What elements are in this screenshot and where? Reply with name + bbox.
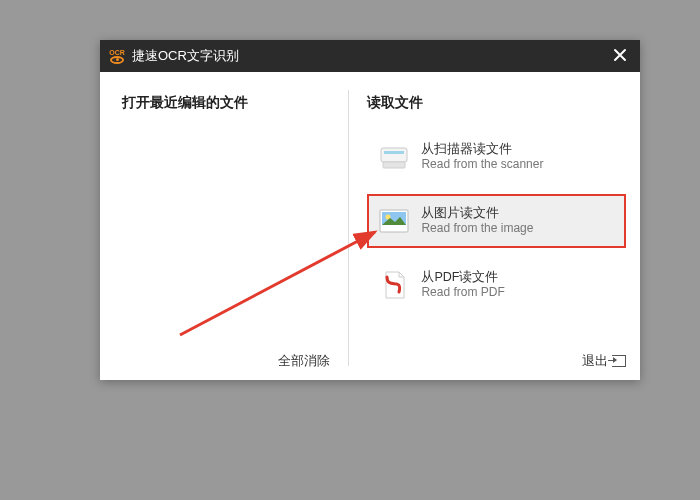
option-label-en: Read from the image [421, 221, 533, 237]
read-file-heading: 读取文件 [367, 94, 626, 112]
recent-files-pane: 打开最近编辑的文件 全部消除 [100, 72, 348, 380]
close-button[interactable] [606, 42, 634, 70]
exit-link[interactable]: 退出 [582, 352, 626, 370]
dialog-body: 打开最近编辑的文件 全部消除 读取文件 从 [100, 72, 640, 380]
read-from-pdf-option[interactable]: 从PDF读文件 Read from PDF [367, 258, 626, 312]
read-file-pane: 读取文件 从扫描器读文件 Read from the scanner [349, 72, 640, 380]
close-icon [613, 47, 627, 65]
titlebar: OCR 捷速OCR文字识别 [100, 40, 640, 72]
ocr-start-dialog: OCR 捷速OCR文字识别 打开最近编辑的文件 全部消除 读取文件 [100, 40, 640, 380]
option-label-cn: 从扫描器读文件 [421, 141, 543, 157]
read-options-list: 从扫描器读文件 Read from the scanner [367, 130, 626, 312]
svg-rect-1 [384, 151, 404, 154]
clear-all-link[interactable]: 全部消除 [278, 352, 330, 370]
option-label-cn: 从图片读文件 [421, 205, 533, 221]
exit-icon [612, 355, 626, 367]
svg-rect-0 [381, 148, 407, 162]
exit-label: 退出 [582, 352, 608, 370]
scanner-icon [377, 140, 411, 174]
app-logo-icon: OCR [106, 45, 128, 67]
read-from-image-option[interactable]: 从图片读文件 Read from the image [367, 194, 626, 248]
option-label-cn: 从PDF读文件 [421, 269, 504, 285]
window-title: 捷速OCR文字识别 [132, 47, 606, 65]
recent-files-heading: 打开最近编辑的文件 [122, 94, 330, 112]
pdf-icon [377, 268, 411, 302]
read-from-scanner-option[interactable]: 从扫描器读文件 Read from the scanner [367, 130, 626, 184]
option-label-en: Read from PDF [421, 285, 504, 301]
image-icon [377, 204, 411, 238]
option-label-en: Read from the scanner [421, 157, 543, 173]
svg-rect-2 [383, 162, 405, 168]
